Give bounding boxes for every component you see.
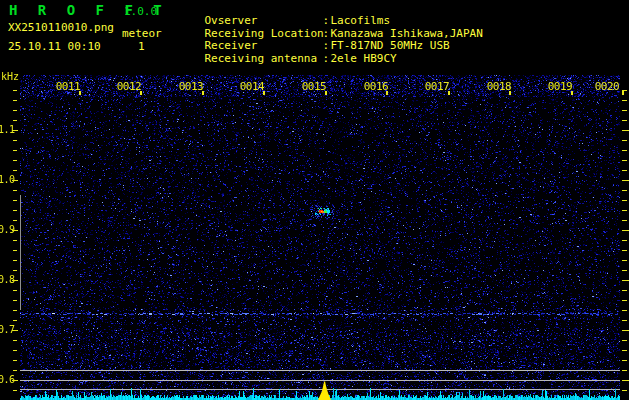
- time-label: 0020: [593, 80, 621, 93]
- tick-mark: [13, 310, 17, 311]
- hrofft-screen: { "app": { "title_display": "H R O F F T…: [0, 0, 629, 400]
- tick-mark: [13, 260, 17, 261]
- receiver-value: FT-817ND 50MHz USB: [331, 39, 450, 52]
- tick-mark: [13, 160, 17, 161]
- tick-mark: [622, 210, 627, 211]
- tick-mark: [622, 260, 627, 261]
- tick-mark: [12, 330, 18, 331]
- tick-mark: [622, 190, 627, 191]
- antenna-label: Receiving antenna: [205, 53, 323, 65]
- tick-mark: [622, 270, 627, 271]
- time-label: 0017: [423, 80, 451, 93]
- tick-mark: [202, 91, 204, 95]
- tick-mark: [571, 91, 573, 95]
- station-info-block: Ovserver:Lacofilms Receiving Location:Ka…: [178, 3, 483, 53]
- tick-mark: [263, 91, 265, 95]
- tick-mark: [622, 350, 627, 351]
- tick-mark: [79, 91, 81, 95]
- tick-mark: [622, 110, 627, 111]
- tick-mark: [13, 200, 17, 201]
- tick-mark: [622, 91, 624, 95]
- tick-mark: [622, 170, 627, 171]
- tick-mark: [13, 190, 17, 191]
- tick-mark: [13, 140, 17, 141]
- tick-mark: [13, 320, 17, 321]
- antenna-value: 2ele HB9CY: [331, 52, 397, 65]
- tick-mark: [622, 250, 627, 251]
- tick-mark: [622, 120, 627, 121]
- freq-axis-unit: kHz: [1, 71, 19, 82]
- tick-mark: [622, 160, 627, 161]
- tick-mark: [622, 300, 627, 301]
- echo-count-value: 1: [138, 40, 145, 53]
- tick-mark: [622, 230, 629, 231]
- tick-mark: [622, 180, 629, 181]
- time-label: 0019: [546, 80, 574, 93]
- tick-mark: [386, 91, 388, 95]
- tick-mark: [622, 200, 627, 201]
- tick-mark: [622, 310, 627, 311]
- observation-datetime: 25.10.11 00:10: [8, 40, 101, 53]
- tick-mark: [13, 250, 17, 251]
- tick-mark: [13, 340, 17, 341]
- tick-mark: [13, 240, 17, 241]
- tick-mark: [622, 90, 627, 91]
- tick-mark: [13, 270, 17, 271]
- tick-mark: [13, 110, 17, 111]
- tick-mark: [622, 130, 629, 131]
- tick-mark: [13, 150, 17, 151]
- tick-mark: [622, 320, 627, 321]
- tick-mark: [13, 290, 17, 291]
- tick-mark: [622, 370, 627, 371]
- tick-mark: [13, 170, 17, 171]
- tick-mark: [12, 280, 18, 281]
- time-label: 0014: [238, 80, 266, 93]
- tick-mark: [325, 91, 327, 95]
- tick-mark: [622, 390, 627, 391]
- app-version: 1.0.0: [124, 5, 157, 18]
- tick-mark: [13, 100, 17, 101]
- tick-mark: [140, 91, 142, 95]
- tick-mark: [622, 280, 629, 281]
- tick-mark: [13, 370, 17, 371]
- tick-mark: [622, 240, 627, 241]
- tick-mark: [622, 290, 627, 291]
- tick-mark: [13, 90, 17, 91]
- tick-mark: [622, 140, 627, 141]
- info-row-observer: Ovserver:Lacofilms: [178, 3, 483, 15]
- tick-mark: [12, 180, 18, 181]
- time-label: 0015: [300, 80, 328, 93]
- tick-mark: [13, 120, 17, 121]
- separator: :: [323, 53, 331, 65]
- tick-mark: [622, 330, 629, 331]
- tick-mark: [12, 380, 18, 381]
- separator: :: [323, 40, 331, 52]
- tick-mark: [12, 230, 18, 231]
- tick-mark: [13, 220, 17, 221]
- tick-mark: [622, 150, 627, 151]
- location-value: Kanazawa Ishikawa,JAPAN: [331, 27, 483, 40]
- tick-mark: [13, 300, 17, 301]
- tick-mark: [622, 360, 627, 361]
- tick-mark: [448, 91, 450, 95]
- tick-mark: [13, 210, 17, 211]
- separator: :: [323, 15, 331, 27]
- time-label: 0013: [177, 80, 205, 93]
- spectrogram-canvas: [20, 75, 620, 400]
- tick-mark: [509, 91, 511, 95]
- tick-mark: [13, 350, 17, 351]
- time-label: 0011: [54, 80, 82, 93]
- receiver-label: Receiver: [205, 40, 323, 52]
- mode-label: meteor: [122, 27, 162, 40]
- time-label: 0012: [115, 80, 143, 93]
- tick-mark: [622, 220, 627, 221]
- observer-label: Ovserver: [205, 15, 323, 27]
- tick-mark: [622, 100, 627, 101]
- tick-mark: [622, 340, 627, 341]
- tick-mark: [13, 390, 17, 391]
- tick-mark: [13, 360, 17, 361]
- output-filename: XX2510110010.png: [8, 21, 114, 34]
- calibration-vline: [20, 195, 21, 310]
- tick-mark: [622, 380, 629, 381]
- observer-value: Lacofilms: [331, 14, 391, 27]
